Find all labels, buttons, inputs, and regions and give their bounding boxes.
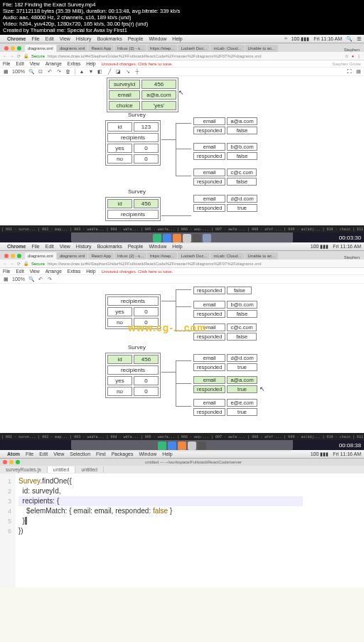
- line-icon[interactable]: ╱: [107, 69, 112, 75]
- unsaved-notice[interactable]: Unsaved changes. Click here to save.: [102, 269, 173, 274]
- tab-stephen[interactable]: https://step...: [147, 45, 177, 52]
- maximize-window-icon[interactable]: [17, 254, 21, 258]
- tab-unable[interactable]: Unable to ac...: [245, 252, 279, 260]
- menu-view[interactable]: View: [53, 451, 64, 456]
- dock-app-icon[interactable]: [178, 442, 186, 450]
- menu-edit[interactable]: Edit: [39, 451, 48, 456]
- battery-icon[interactable]: 100 ▮▮▮: [311, 451, 329, 457]
- extension-icon[interactable]: ●: [351, 54, 354, 58]
- unsaved-notice[interactable]: Unsaved changes. Click here to save.: [102, 62, 173, 66]
- drawio-file[interactable]: File: [3, 269, 10, 274]
- minimize-window-icon[interactable]: [11, 46, 15, 50]
- fill-icon[interactable]: ◧: [97, 69, 103, 75]
- tab-diagrams-1[interactable]: diagrams.xml: [25, 45, 56, 52]
- toggle-sidebar-icon[interactable]: ▦: [3, 277, 9, 282]
- zoom-fit-icon[interactable]: ⊡: [38, 69, 43, 75]
- battery-icon[interactable]: 100 ▮▮▮: [311, 244, 329, 250]
- tab-inbox[interactable]: Inbox (2) - s...: [114, 45, 146, 52]
- menu-edit[interactable]: Edit: [46, 244, 54, 249]
- editor-empty-space[interactable]: [0, 587, 364, 642]
- recipient-pair[interactable]: emailb@b.comrespondedfalse: [192, 141, 259, 161]
- selected-record-table[interactable]: surveyId456 emaila@a.com choice'yes': [107, 77, 178, 112]
- drawio-file[interactable]: File: [3, 61, 10, 66]
- forward-icon[interactable]: →: [10, 54, 14, 58]
- zoom-level[interactable]: 100%: [12, 277, 25, 282]
- app-name[interactable]: Chrome: [7, 36, 26, 41]
- drawio-help[interactable]: Help: [86, 61, 95, 66]
- dock-app-icon[interactable]: [198, 442, 206, 450]
- finder-icon[interactable]: [153, 234, 161, 242]
- drawio-canvas-1[interactable]: surveyId456 emaila@a.com choice'yes' ↖ S…: [0, 76, 364, 225]
- menu-people[interactable]: People: [128, 244, 144, 249]
- menu-help[interactable]: Help: [162, 451, 172, 456]
- survey-table-1[interactable]: id123 recipients yes0 no0: [105, 120, 161, 166]
- menu-people[interactable]: People: [128, 36, 144, 41]
- drawio-page-tabs-2[interactable]: | 001 · surve... | 002 · map... | 003 · …: [0, 433, 364, 440]
- menu-view[interactable]: View: [60, 36, 70, 41]
- macos-dock[interactable]: [71, 440, 293, 451]
- menu-window[interactable]: Window: [149, 244, 166, 249]
- menu-file[interactable]: File: [31, 36, 39, 41]
- menu-history[interactable]: History: [76, 244, 92, 249]
- menu-help[interactable]: Help: [172, 36, 182, 41]
- minimize-window-icon[interactable]: [9, 460, 14, 464]
- tab-unable[interactable]: Unable to ac...: [245, 45, 279, 52]
- wifi-icon[interactable]: ⌔: [284, 36, 287, 41]
- maximize-window-icon[interactable]: [17, 46, 21, 50]
- tab-untitled-2[interactable]: untitled: [75, 466, 104, 473]
- maximize-window-icon[interactable]: [16, 460, 20, 464]
- tab-untitled-1[interactable]: untitled: [48, 466, 76, 473]
- battery-icon[interactable]: 100 ▮▮▮: [291, 36, 310, 42]
- delete-icon[interactable]: 🗑: [65, 69, 71, 75]
- tab-surveyroutes[interactable]: surveyRoutes.js: [0, 466, 48, 473]
- tab-mlab[interactable]: mLab: Cloud...: [210, 45, 244, 52]
- app-name[interactable]: Chrome: [7, 244, 26, 249]
- dock-app-icon[interactable]: [203, 234, 211, 242]
- front-icon[interactable]: ▲: [79, 69, 85, 75]
- close-window-icon[interactable]: [4, 46, 9, 50]
- url-field[interactable]: https://www.draw.io/#HStephenGrider%2FFu…: [48, 262, 361, 266]
- waypoint-icon[interactable]: ┼: [134, 69, 140, 75]
- clock[interactable]: Fri 11:16 AM: [314, 36, 342, 41]
- menu-window[interactable]: Window: [149, 36, 166, 41]
- forward-icon[interactable]: →: [10, 262, 14, 266]
- menu-view[interactable]: View: [60, 244, 70, 249]
- dock-app-icon[interactable]: [183, 234, 191, 242]
- undo-icon[interactable]: ↶: [47, 69, 53, 75]
- recipient-pair[interactable]: emaila@a.comrespondedfalse: [192, 116, 259, 136]
- tab-inbox[interactable]: Inbox (2) - s...: [114, 252, 146, 260]
- reload-icon[interactable]: ⟳: [17, 261, 21, 266]
- menu-find[interactable]: Find: [96, 451, 106, 456]
- format-panel-icon[interactable]: ▤: [355, 69, 361, 75]
- menu-edit[interactable]: Edit: [46, 36, 54, 41]
- recipient-pair[interactable]: respondedfalse: [192, 285, 253, 296]
- menu-bookmarks[interactable]: Bookmarks: [97, 244, 122, 249]
- tab-lodash[interactable]: Lodash Doc...: [178, 45, 210, 52]
- search-icon[interactable]: 🔍: [346, 36, 353, 42]
- menu-help[interactable]: Help: [172, 244, 182, 249]
- drawio-extras[interactable]: Extras: [68, 269, 80, 274]
- star-icon[interactable]: ☆: [345, 53, 348, 58]
- drawio-arrange[interactable]: Arrange: [46, 61, 62, 66]
- drawio-edit[interactable]: Edit: [16, 61, 23, 66]
- menu-file[interactable]: File: [31, 244, 39, 249]
- zoom-in-icon[interactable]: 🔍: [28, 277, 34, 282]
- drawio-arrange[interactable]: Arrange: [46, 269, 62, 274]
- macos-dock[interactable]: [71, 232, 293, 244]
- tab-lodash[interactable]: Lodash Doc...: [178, 252, 210, 260]
- tab-react-app[interactable]: React App: [88, 252, 114, 260]
- dock-app-icon[interactable]: [163, 234, 171, 242]
- redo-icon[interactable]: ↷: [47, 277, 53, 282]
- undo-icon[interactable]: ↶: [38, 277, 43, 282]
- zoom-level[interactable]: 100%: [12, 69, 25, 74]
- drawio-edit[interactable]: Edit: [16, 269, 23, 274]
- menu-icon[interactable]: ⋮: [357, 53, 361, 58]
- recipient-pair[interactable]: emailc@c.comrespondedfalse: [192, 167, 258, 187]
- drawio-extras[interactable]: Extras: [68, 61, 80, 66]
- clock[interactable]: Fri 11:16 AM: [333, 451, 361, 456]
- back-icon2[interactable]: ▼: [88, 69, 94, 75]
- shadow-icon[interactable]: ◪: [116, 69, 122, 75]
- back-icon[interactable]: ←: [3, 262, 7, 266]
- close-window-icon[interactable]: [4, 254, 9, 258]
- menu-history[interactable]: History: [76, 36, 92, 41]
